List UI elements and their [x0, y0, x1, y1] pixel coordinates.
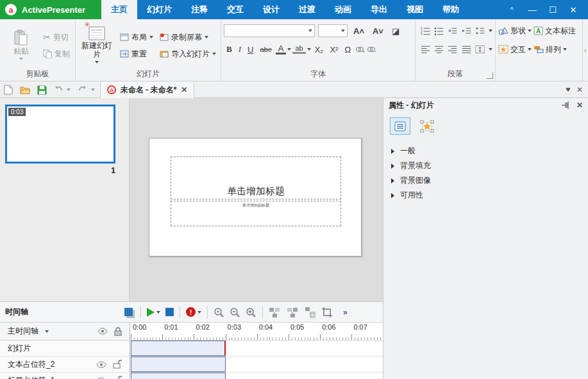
underline-button[interactable]: U	[245, 45, 256, 55]
symbol-button[interactable]: Ω	[342, 45, 353, 55]
tab-view[interactable]: 视图	[397, 0, 433, 19]
font-family-combobox[interactable]	[224, 24, 315, 37]
zoom-in-button[interactable]	[243, 305, 259, 320]
pin-icon[interactable]	[561, 101, 570, 110]
increase-indent-icon[interactable]	[462, 26, 471, 35]
delete-range-button[interactable]	[302, 305, 319, 320]
stop-button[interactable]	[163, 305, 176, 320]
shapes-carat[interactable]	[528, 29, 532, 32]
select-range-button[interactable]	[122, 305, 137, 320]
reset-button[interactable]: 重置	[118, 47, 155, 61]
import-slides-button[interactable]: 导入幻灯片	[158, 47, 218, 61]
eye-icon[interactable]	[97, 328, 108, 335]
main-timeline-carat[interactable]	[45, 330, 49, 333]
play-button[interactable]	[144, 305, 163, 320]
decrease-indent-icon[interactable]	[448, 26, 457, 35]
paste-button[interactable]: 粘贴	[3, 22, 40, 68]
new-project-button[interactable]	[0, 83, 17, 97]
remove-link-icon[interactable]: −	[366, 45, 376, 54]
document-tab[interactable]: a 未命名 - 未命名* ✕	[100, 82, 194, 98]
section-general[interactable]: 一般	[383, 144, 588, 158]
lock-open-icon[interactable]	[113, 376, 122, 379]
line-spacing-carat[interactable]	[489, 29, 492, 32]
eye-icon[interactable]	[96, 377, 106, 379]
record-screen-button[interactable]: 录制屏幕	[158, 30, 218, 44]
open-project-button[interactable]	[17, 83, 33, 97]
highlight-carat[interactable]	[307, 48, 311, 51]
properties-tab-interactivity[interactable]	[417, 117, 437, 135]
maximize-button[interactable]: ☐	[544, 3, 561, 17]
arrange-carat[interactable]	[563, 48, 567, 51]
timeline-row-text-placeholder[interactable]: 文本占位符_2	[0, 357, 130, 373]
paragraph-dialog-launcher-icon[interactable]	[487, 72, 493, 79]
arrange-button[interactable]: 排列	[546, 44, 561, 55]
clear-formatting-button[interactable]: ◪	[389, 26, 402, 36]
slide-thumbnail-1[interactable]: 0:03	[5, 105, 115, 164]
interaction-button[interactable]: 交互	[510, 44, 526, 55]
shrink-font-button[interactable]: A˅	[370, 26, 386, 36]
undo-button[interactable]	[50, 83, 67, 97]
minimize-button[interactable]: —	[524, 3, 541, 17]
remove-time-button[interactable]	[284, 305, 302, 320]
section-accessibility[interactable]: 可用性	[383, 188, 588, 203]
italic-button[interactable]: I	[236, 44, 244, 55]
undo-carat[interactable]	[67, 88, 71, 91]
eye-icon[interactable]	[96, 361, 106, 368]
tab-design[interactable]: 设计	[253, 0, 289, 19]
interaction-carat[interactable]	[528, 48, 532, 51]
lock-open-icon[interactable]	[113, 360, 122, 369]
tab-list-dropdown-icon[interactable]	[566, 88, 570, 92]
timeline-row-title-placeholder[interactable]: 标题占位符_1	[0, 373, 130, 379]
tab-export[interactable]: 导出	[361, 0, 397, 19]
font-color-button[interactable]: A	[276, 44, 287, 55]
crop-button[interactable]	[319, 305, 335, 320]
line-spacing-icon[interactable]	[475, 26, 485, 35]
new-slide-button[interactable]: ✳ 新建幻灯片	[78, 22, 115, 68]
subtitle-placeholder[interactable]: 单击增加副标题	[171, 201, 341, 226]
collapse-ribbon-button[interactable]: ^	[503, 3, 520, 17]
slide-canvas[interactable]: 单击增加标题 单击增加副标题	[149, 138, 362, 257]
cut-button[interactable]: ✂ 剪切	[41, 30, 72, 44]
redo-button[interactable]	[74, 83, 91, 97]
title-placeholder-time-bar[interactable]	[131, 373, 226, 379]
save-button[interactable]	[33, 83, 50, 97]
timeline-ruler[interactable]: 0:000:010:020:030:040:050:060:07	[130, 323, 383, 341]
tab-home[interactable]: 主页	[101, 0, 137, 19]
record-narration-button[interactable]: !	[183, 305, 204, 320]
shapes-button[interactable]: 形状	[510, 26, 526, 37]
timeline-row-slide[interactable]: 幻灯片	[0, 341, 130, 357]
align-justify-icon[interactable]	[462, 45, 471, 54]
section-background-image[interactable]: 背景图像	[383, 173, 588, 188]
copy-button[interactable]: 复制	[41, 47, 72, 61]
layout-button[interactable]: 布局	[118, 30, 155, 44]
properties-close-icon[interactable]: ✕	[576, 101, 583, 110]
tab-bar-close-icon[interactable]: ✕	[576, 85, 583, 94]
text-caption-button[interactable]: 文本标注	[545, 26, 576, 37]
superscript-button[interactable]: X²	[327, 45, 340, 55]
vertical-align-icon[interactable]	[475, 45, 485, 54]
tab-slide[interactable]: 幻灯片	[137, 0, 181, 19]
subscript-button[interactable]: X₂	[312, 45, 326, 55]
slide-time-bar[interactable]	[131, 341, 226, 356]
tab-transition[interactable]: 过渡	[289, 0, 325, 19]
section-background-fill[interactable]: 背景填充	[383, 158, 588, 173]
tab-help[interactable]: 帮助	[433, 0, 469, 19]
vertical-align-carat[interactable]	[489, 48, 492, 51]
numbered-list-icon[interactable]: 123	[421, 26, 430, 35]
insert-time-button[interactable]	[266, 305, 284, 320]
bold-button[interactable]: B	[224, 44, 235, 55]
text-placeholder-time-bar[interactable]	[131, 357, 226, 372]
add-link-icon[interactable]: +	[355, 45, 365, 54]
main-timeline-row[interactable]: 主时间轴	[0, 323, 130, 341]
strikethrough-button[interactable]: abe	[257, 46, 274, 53]
redo-carat[interactable]	[91, 88, 95, 91]
align-right-icon[interactable]	[448, 45, 457, 54]
align-left-icon[interactable]	[421, 45, 430, 54]
timeline-toolbar-overflow-button[interactable]: »	[343, 308, 346, 317]
zoom-out-button[interactable]	[227, 305, 243, 320]
close-button[interactable]: ✕	[565, 3, 582, 17]
zoom-fit-button[interactable]	[211, 305, 227, 320]
tab-interaction[interactable]: 交互	[217, 0, 253, 19]
align-center-icon[interactable]	[434, 45, 444, 54]
properties-tab-slide[interactable]	[390, 117, 410, 135]
